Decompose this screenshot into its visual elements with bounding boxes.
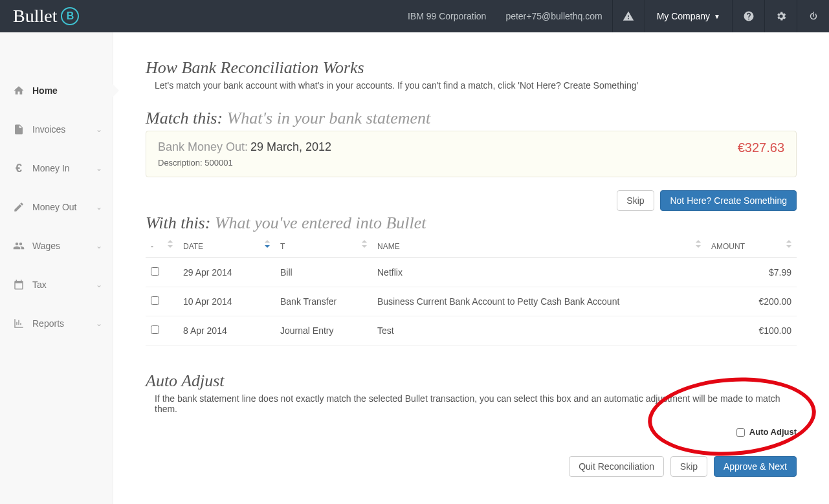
quit-reconciliation-button[interactable]: Quit Reconciliation xyxy=(569,456,664,477)
corporation-name: IBM 99 Corporation xyxy=(398,11,496,21)
cell-date: 29 Apr 2014 xyxy=(178,258,275,287)
table-row[interactable]: 29 Apr 2014 Bill Netflix $7.99 xyxy=(146,258,797,287)
col-name[interactable]: NAME xyxy=(372,236,706,258)
alert-icon xyxy=(623,10,634,22)
cell-type: Journal Entry xyxy=(275,316,372,345)
logo-badge: B xyxy=(61,7,79,25)
help-icon xyxy=(743,10,755,22)
col-check[interactable]: - xyxy=(146,236,178,258)
chevron-down-icon: ⌄ xyxy=(96,241,102,250)
col-type[interactable]: T xyxy=(275,236,372,258)
power-icon-button[interactable] xyxy=(797,0,829,32)
with-heading-prefix: With this: xyxy=(146,214,210,232)
sidebar-item-invoices[interactable]: Invoices ⌄ xyxy=(0,110,113,149)
auto-adjust-checkbox-row: Auto Adjust xyxy=(146,427,797,437)
auto-adjust-text: If the bank statement line does not exac… xyxy=(155,393,797,414)
euro-icon: € xyxy=(10,162,27,175)
topbar: Bullet B IBM 99 Corporation peter+75@bul… xyxy=(0,0,829,32)
cell-date: 8 Apr 2014 xyxy=(178,316,275,345)
auto-adjust-heading: Auto Adjust xyxy=(146,371,797,391)
action-buttons-top: Skip Not Here? Create Something xyxy=(146,190,797,211)
sidebar-item-label: Money In xyxy=(32,163,96,173)
match-heading-sub: What's in your bank statement xyxy=(227,109,431,127)
bank-statement-amount: €327.63 xyxy=(738,140,784,155)
sidebar-item-label: Invoices xyxy=(32,124,96,135)
sidebar-item-label: Reports xyxy=(32,318,96,329)
auto-adjust-checkbox-label: Auto Adjust xyxy=(749,427,797,437)
sidebar-item-home[interactable]: Home xyxy=(0,71,113,110)
my-company-label: My Company xyxy=(657,11,710,21)
footer-buttons: Quit Reconciliation Skip Approve & Next xyxy=(146,456,797,477)
chevron-down-icon: ⌄ xyxy=(96,280,102,289)
cell-type: Bill xyxy=(275,258,372,287)
chevron-down-icon: ⌄ xyxy=(96,164,102,173)
auto-adjust-section: Auto Adjust If the bank statement line d… xyxy=(146,371,797,437)
sidebar-item-wages[interactable]: Wages ⌄ xyxy=(0,226,113,265)
table-row[interactable]: 10 Apr 2014 Bank Transfer Business Curre… xyxy=(146,287,797,316)
cell-name: Netflix xyxy=(372,258,706,287)
transactions-table: - DATE T NAME AMOUNT 29 Apr 2014 Bill Ne… xyxy=(146,236,797,345)
row-checkbox[interactable] xyxy=(151,296,159,305)
settings-icon-button[interactable] xyxy=(764,0,797,32)
sidebar-item-tax[interactable]: Tax ⌄ xyxy=(0,265,113,304)
logo-text: Bullet xyxy=(13,6,57,27)
sidebar-item-label: Money Out xyxy=(32,202,96,212)
sidebar-item-label: Wages xyxy=(32,241,96,251)
home-icon xyxy=(10,85,27,96)
cell-date: 10 Apr 2014 xyxy=(178,287,275,316)
alert-icon-button[interactable] xyxy=(612,0,645,32)
auto-adjust-checkbox[interactable] xyxy=(736,428,745,437)
edit-icon xyxy=(10,201,27,213)
cell-amount: €100.00 xyxy=(706,316,797,345)
logo[interactable]: Bullet B xyxy=(0,6,92,27)
caret-down-icon: ▼ xyxy=(714,13,720,20)
power-icon xyxy=(808,10,819,22)
file-icon xyxy=(10,124,27,135)
cell-type: Bank Transfer xyxy=(275,287,372,316)
cell-name: Test xyxy=(372,316,706,345)
main-content: How Bank Reconciliation Works Let's matc… xyxy=(113,32,829,504)
approve-next-button[interactable]: Approve & Next xyxy=(714,456,797,477)
sidebar-item-money-out[interactable]: Money Out ⌄ xyxy=(0,188,113,226)
col-date[interactable]: DATE xyxy=(178,236,275,258)
with-heading: With this: What you've entered into Bull… xyxy=(146,214,797,233)
sidebar-item-label: Home xyxy=(32,85,102,96)
bank-money-out-label: Bank Money Out: xyxy=(158,140,248,153)
bank-statement-date: 29 March, 2012 xyxy=(250,140,331,153)
skip-button[interactable]: Skip xyxy=(617,190,654,211)
chevron-down-icon: ⌄ xyxy=(96,125,102,134)
row-checkbox[interactable] xyxy=(151,267,159,276)
chevron-down-icon: ⌄ xyxy=(96,319,102,328)
sidebar-item-money-in[interactable]: € Money In ⌄ xyxy=(0,149,113,188)
bank-statement-description: Description: 500001 xyxy=(158,158,331,168)
cell-amount: $7.99 xyxy=(706,258,797,287)
users-icon xyxy=(10,240,27,252)
cell-name: Business Current Bank Account to Petty C… xyxy=(372,287,706,316)
col-amount[interactable]: AMOUNT xyxy=(706,236,797,258)
with-heading-sub: What you've entered into Bullet xyxy=(215,214,426,232)
table-row[interactable]: 8 Apr 2014 Journal Entry Test €100.00 xyxy=(146,316,797,345)
help-icon-button[interactable] xyxy=(732,0,764,32)
sidebar-item-label: Tax xyxy=(32,279,96,290)
calendar-icon xyxy=(10,279,27,290)
bank-statement-box: Bank Money Out: 29 March, 2012 Descripti… xyxy=(146,131,797,177)
chart-icon xyxy=(10,318,27,329)
user-email: peter+75@bullethq.com xyxy=(496,11,612,21)
page-subtitle: Let's match your bank account with what'… xyxy=(155,80,797,91)
sidebar: Home Invoices ⌄ € Money In ⌄ Money Out ⌄… xyxy=(0,32,113,504)
match-heading: Match this: What's in your bank statemen… xyxy=(146,109,797,128)
sidebar-item-reports[interactable]: Reports ⌄ xyxy=(0,304,113,343)
page-title: How Bank Reconciliation Works xyxy=(146,58,797,78)
row-checkbox[interactable] xyxy=(151,325,159,334)
skip-button-footer[interactable]: Skip xyxy=(670,456,707,477)
cell-amount: €200.00 xyxy=(706,287,797,316)
chevron-down-icon: ⌄ xyxy=(96,203,102,212)
match-heading-prefix: Match this: xyxy=(146,109,223,127)
gear-icon xyxy=(775,10,787,22)
create-something-button[interactable]: Not Here? Create Something xyxy=(660,190,797,211)
my-company-dropdown[interactable]: My Company ▼ xyxy=(645,0,732,32)
